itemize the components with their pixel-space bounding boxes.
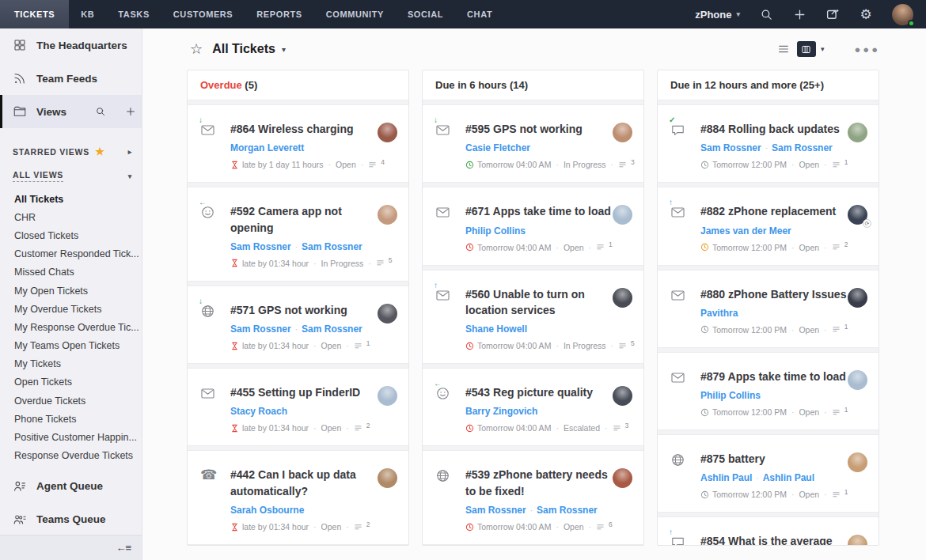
assignee-avatar[interactable] bbox=[613, 205, 632, 225]
view-list-item[interactable]: My Response Overdue Tic... bbox=[14, 318, 142, 336]
sidebar-item-headquarters[interactable]: The Headquarters bbox=[0, 28, 142, 62]
feedback-icon[interactable] bbox=[825, 7, 840, 21]
view-list-item[interactable]: My Teams Open Tickets bbox=[14, 337, 142, 355]
ticket-card[interactable]: ↓#595 GPS not workingCasie FletcherTomor… bbox=[423, 104, 643, 183]
favorite-star-icon[interactable]: ☆ bbox=[190, 40, 203, 58]
contact-link[interactable]: Sam Rossner bbox=[230, 324, 291, 335]
ticket-title[interactable]: #595 GPS not working bbox=[465, 121, 613, 137]
nav-tab-kb[interactable]: KB bbox=[69, 0, 106, 28]
ticket-title[interactable]: #879 Apps take time to load bbox=[700, 369, 848, 384]
settings-icon[interactable]: ⚙ bbox=[859, 7, 873, 21]
contact-link[interactable]: Sam Rossner bbox=[230, 241, 291, 252]
contact-link[interactable]: Pavithra bbox=[700, 308, 738, 319]
ticket-card[interactable]: #671 Apps take time to loadPhilip Collin… bbox=[423, 187, 643, 265]
starred-views-section[interactable]: STARRED VIEWS ★ ▸ bbox=[0, 138, 142, 162]
ticket-card[interactable]: #879 Apps take time to loadPhilip Collin… bbox=[658, 352, 879, 430]
assignee-avatar[interactable] bbox=[613, 386, 632, 406]
ticket-card[interactable]: ↑#854 What is the average life of a zPho… bbox=[658, 516, 879, 545]
add-icon[interactable] bbox=[792, 7, 806, 21]
ticket-title[interactable]: #671 Apps take time to load bbox=[465, 203, 613, 219]
page-title[interactable]: All Tickets bbox=[212, 42, 275, 56]
assignee-avatar[interactable] bbox=[378, 123, 397, 142]
ticket-title[interactable]: #560 Unable to turn on location services bbox=[465, 286, 613, 319]
ticket-title[interactable]: #875 battery bbox=[700, 451, 848, 467]
ticket-card[interactable]: #880 zPhone Battery IssuesPavithraTomorr… bbox=[658, 270, 879, 348]
sidebar-item-teams-queue[interactable]: Teams Queue bbox=[0, 503, 142, 536]
views-search-icon[interactable] bbox=[95, 106, 106, 118]
view-list-item[interactable]: Positive Customer Happin... bbox=[14, 428, 142, 446]
ticket-card[interactable]: ☎#442 Can I back up data automatically?S… bbox=[188, 450, 408, 545]
nav-tab-tickets[interactable]: TICKETS bbox=[0, 0, 69, 28]
view-list-item[interactable]: My Overdue Tickets bbox=[14, 300, 142, 318]
assignee-avatar[interactable] bbox=[378, 304, 397, 324]
assignee-avatar[interactable] bbox=[378, 205, 397, 225]
contact-link[interactable]: Sam Rossner bbox=[772, 142, 833, 153]
contact-link[interactable]: James van der Meer bbox=[700, 225, 791, 236]
ticket-card[interactable]: ✓#884 Rolling back updatesSam Rossner·Sa… bbox=[658, 104, 879, 183]
assignee-avatar[interactable] bbox=[848, 370, 867, 390]
view-list-item[interactable]: Open Tickets bbox=[14, 373, 142, 392]
contact-link[interactable]: Shane Howell bbox=[465, 324, 527, 335]
ticket-title[interactable]: #884 Rolling back updates bbox=[700, 121, 848, 137]
assignee-avatar[interactable] bbox=[613, 288, 632, 308]
view-list-item[interactable]: Customer Responded Tick... bbox=[14, 245, 142, 263]
contact-link[interactable]: Stacy Roach bbox=[230, 406, 287, 417]
nav-tab-tasks[interactable]: TASKS bbox=[106, 0, 161, 28]
more-options-icon[interactable]: ●●● bbox=[854, 44, 880, 55]
contact-link[interactable]: Philip Collins bbox=[465, 225, 526, 236]
ticket-card[interactable]: #539 zPhone battery needs to be fixed!Sa… bbox=[423, 450, 643, 545]
view-list-item[interactable]: Overdue Tickets bbox=[14, 392, 142, 410]
nav-tab-chat[interactable]: CHAT bbox=[455, 0, 504, 28]
view-list-item[interactable]: Phone Tickets bbox=[14, 410, 142, 428]
ticket-title[interactable]: #864 Wireless charging bbox=[230, 121, 378, 137]
ticket-title[interactable]: #543 Reg picture quality bbox=[465, 384, 613, 400]
contact-link[interactable]: Sam Rossner bbox=[302, 324, 362, 335]
nav-tab-reports[interactable]: REPORTS bbox=[245, 0, 313, 28]
contact-link[interactable]: Barry Zingovich bbox=[465, 406, 537, 417]
sidebar-item-agent-queue[interactable]: Agent Queue bbox=[0, 470, 142, 503]
contact-link[interactable]: Philip Collins bbox=[700, 390, 761, 401]
list-view-icon[interactable] bbox=[775, 41, 792, 57]
view-list-item[interactable]: Missed Chats bbox=[14, 263, 142, 282]
ticket-title[interactable]: #571 GPS not working bbox=[230, 302, 378, 318]
contact-link[interactable]: Ashlin Paul bbox=[763, 472, 814, 483]
assignee-avatar[interactable]: ⟳ bbox=[848, 205, 867, 225]
contact-link[interactable]: Sam Rossner bbox=[302, 241, 362, 252]
assignee-avatar[interactable] bbox=[378, 468, 397, 488]
title-chevron-down-icon[interactable]: ▾ bbox=[282, 45, 286, 54]
view-list-item[interactable]: CHR bbox=[14, 208, 142, 226]
assignee-avatar[interactable] bbox=[613, 468, 632, 488]
nav-tab-customers[interactable]: CUSTOMERS bbox=[161, 0, 245, 28]
ticket-card[interactable]: #455 Setting up FinderIDStacy Roachlate … bbox=[188, 368, 408, 446]
assignee-avatar[interactable] bbox=[848, 123, 867, 142]
contact-link[interactable]: Sam Rossner bbox=[465, 505, 526, 516]
contact-link[interactable]: Casie Fletcher bbox=[465, 142, 530, 153]
contact-link[interactable]: Morgan Leverett bbox=[230, 142, 304, 153]
view-list-item[interactable]: All Tickets bbox=[14, 190, 142, 208]
department-selector[interactable]: zPhone ▾ bbox=[695, 9, 740, 21]
view-list-item[interactable]: My Open Tickets bbox=[14, 282, 142, 300]
sidebar-item-team-feeds[interactable]: Team Feeds bbox=[0, 62, 142, 95]
ticket-card[interactable]: ↓#571 GPS not workingSam Rossner·Sam Ros… bbox=[188, 286, 408, 364]
ticket-title[interactable]: #854 What is the average life of a zPhon… bbox=[700, 533, 848, 545]
ticket-card[interactable]: ↓#864 Wireless chargingMorgan Leverettla… bbox=[188, 104, 408, 183]
view-list-item[interactable]: My Tickets bbox=[14, 355, 142, 373]
contact-link[interactable]: Sam Rossner bbox=[700, 142, 761, 153]
assignee-avatar[interactable] bbox=[613, 123, 632, 142]
ticket-title[interactable]: #592 Camera app not opening bbox=[230, 203, 378, 236]
ticket-title[interactable]: #442 Can I back up data automatically? bbox=[230, 467, 378, 499]
assignee-avatar[interactable] bbox=[378, 386, 397, 406]
all-views-section[interactable]: ALL VIEWS ▾ bbox=[0, 162, 142, 187]
ticket-title[interactable]: #880 zPhone Battery Issues bbox=[700, 286, 848, 302]
assignee-avatar[interactable] bbox=[848, 535, 867, 545]
view-list-item[interactable]: Response Overdue Tickets bbox=[14, 447, 142, 465]
ticket-title[interactable]: #539 zPhone battery needs to be fixed! bbox=[465, 467, 613, 499]
view-toggle-chevron-icon[interactable]: ▾ bbox=[821, 45, 825, 53]
ticket-title[interactable]: #882 zPhone replacement bbox=[700, 203, 848, 219]
collapse-sidebar-icon[interactable]: ←≡ bbox=[116, 542, 131, 554]
ticket-title[interactable]: #455 Setting up FinderID bbox=[230, 384, 378, 400]
nav-tab-social[interactable]: SOCIAL bbox=[396, 0, 455, 28]
nav-tab-community[interactable]: COMMUNITY bbox=[314, 0, 396, 28]
ticket-card[interactable]: ↑#882 zPhone replacementJames van der Me… bbox=[658, 187, 879, 265]
user-avatar[interactable] bbox=[892, 4, 913, 25]
